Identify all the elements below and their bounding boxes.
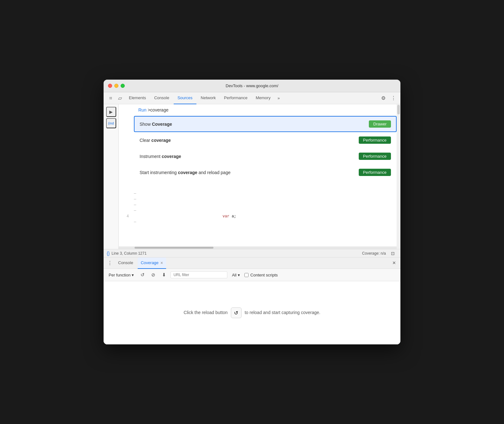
inspect-icon[interactable]: ⌗ (106, 94, 115, 103)
code-lines: — — — — var a; — (131, 191, 397, 245)
item-text-0: Show Coverage (140, 122, 369, 127)
drawer-tab-console[interactable]: Console (115, 257, 136, 269)
content-scripts-checkbox[interactable] (244, 273, 249, 277)
right-scrollbar-thumb (397, 105, 400, 114)
item-text-2: Instrument coverage (140, 154, 359, 159)
per-function-label: Per function (109, 273, 130, 277)
tab-sources[interactable]: Sources (174, 92, 196, 104)
drawer-tabs: ⋮ Console Coverage × × (104, 257, 400, 269)
tab-performance[interactable]: Performance (220, 92, 251, 104)
coverage-empty-message: Click the reload button ↺ to reload and … (184, 307, 321, 318)
command-input-text[interactable]: >coverage (148, 107, 169, 112)
drawer-coverage-label: Coverage (141, 260, 159, 265)
all-filter-button[interactable]: All ▾ (230, 272, 242, 278)
statusbar-right: Coverage: n/a ⊡ (362, 249, 397, 258)
reload-inline-button[interactable]: ↺ (231, 307, 242, 318)
per-function-chevron-icon: ▾ (132, 273, 134, 277)
coverage-empty: Click the reload button ↺ to reload and … (104, 281, 400, 344)
devtools-tabs: ⌗ ▱ Elements Console Sources Network Per… (104, 92, 400, 104)
all-chevron-icon: ▾ (238, 273, 240, 277)
drawer-menu-icon[interactable]: ⋮ (106, 259, 114, 267)
run-label: Run (138, 107, 147, 112)
maximize-button[interactable] (121, 84, 125, 88)
line-num (119, 191, 129, 197)
per-function-button[interactable]: Per function ▾ (107, 272, 136, 278)
autocomplete-item-0[interactable]: Show Coverage Drawer (134, 116, 397, 132)
coverage-toolbar: Per function ▾ ↺ ⊘ ⬇ All ▾ Content scrip… (104, 269, 400, 281)
autocomplete-item-1[interactable]: Clear coverage Performance (134, 132, 397, 148)
item-badge-3[interactable]: Performance (359, 169, 391, 176)
reload-coverage-icon[interactable]: ↺ (138, 271, 147, 279)
titlebar: DevTools - www.google.com/ (104, 80, 400, 92)
message-pre: Click the reload button (184, 310, 228, 315)
tab-memory[interactable]: Memory (252, 92, 274, 104)
tab-right-icons: ⚙ ⋮ (379, 94, 398, 103)
position-label: Line 3, Column 1271 (111, 251, 147, 256)
tab-more[interactable]: » (275, 96, 282, 100)
code-line: — (134, 191, 397, 197)
tab-console[interactable]: Console (150, 92, 173, 104)
scrollbar-thumb (135, 247, 213, 249)
code-area-wrapper: 4 — — — — var a; (119, 190, 397, 249)
line-num-4: 4 (119, 214, 129, 219)
autocomplete-item-2[interactable]: Instrument coverage Performance (134, 148, 397, 164)
autocomplete-item-3[interactable]: Start instrumenting coverage and reload … (134, 164, 397, 180)
url-filter-input[interactable] (171, 271, 227, 278)
close-button[interactable] (108, 84, 112, 88)
coverage-tab-close-icon[interactable]: × (160, 260, 163, 265)
drawer-tab-coverage[interactable]: Coverage × (138, 257, 166, 269)
line-num (119, 202, 129, 208)
screenshot-icon[interactable]: ⊡ (388, 249, 397, 258)
devtools-body: ⌗ ▱ Elements Console Sources Network Per… (104, 92, 400, 344)
item-badge-2[interactable]: Performance (359, 153, 391, 160)
command-input-row: Run >coverage (134, 104, 397, 116)
line-num (119, 197, 129, 202)
item-text-3: Start instrumenting coverage and reload … (140, 170, 359, 175)
export-coverage-icon[interactable]: ⬇ (160, 271, 168, 279)
content-scripts-text: Content scripts (250, 273, 278, 277)
autocomplete-list: Show Coverage Drawer Clear coverage Perf… (134, 116, 397, 180)
sidebar-toggle-btn[interactable]: ▶ (106, 107, 116, 117)
devtools-main: ▶ (ind Run >coverage Show Coverage Drawe… (104, 104, 400, 249)
tab-elements[interactable]: Elements (125, 92, 150, 104)
horizontal-scrollbar[interactable] (119, 246, 397, 249)
code-line: — (134, 208, 397, 214)
code-line: — (134, 219, 397, 225)
item-badge-0[interactable]: Drawer (369, 120, 391, 128)
statusbar-left: {} Line 3, Column 1271 (107, 251, 147, 256)
clear-coverage-icon[interactable]: ⊘ (149, 271, 157, 279)
line-numbers: 4 (119, 191, 131, 245)
code-area: 4 — — — — var a; (119, 190, 397, 246)
line-num (119, 208, 129, 214)
code-line: — (134, 197, 397, 202)
editor-area: Run >coverage Show Coverage Drawer Clear… (119, 104, 397, 249)
devtools-window: DevTools - www.google.com/ ⌗ ▱ Elements … (104, 80, 400, 344)
coverage-label: Coverage: n/a (362, 251, 386, 256)
command-palette: Run >coverage Show Coverage Drawer Clear… (134, 104, 397, 180)
line-num (119, 219, 129, 225)
item-badge-1[interactable]: Performance (359, 136, 391, 144)
sidebar-ind-btn[interactable]: (ind (106, 118, 116, 128)
window-title: DevTools - www.google.com/ (226, 83, 279, 88)
all-label: All (232, 273, 236, 277)
braces-icon: {} (107, 251, 110, 256)
tab-network[interactable]: Network (197, 92, 220, 104)
right-scrollbar[interactable] (397, 104, 400, 249)
message-post: to reload and start capturing coverage. (245, 310, 321, 315)
item-text-1: Clear coverage (140, 138, 359, 143)
content-scripts-label[interactable]: Content scripts (244, 273, 278, 277)
more-options-icon[interactable]: ⋮ (389, 94, 398, 103)
minimize-button[interactable] (114, 84, 118, 88)
traffic-lights (108, 84, 125, 88)
drawer-close-icon[interactable]: × (390, 259, 398, 267)
settings-icon[interactable]: ⚙ (379, 94, 388, 103)
drawer-console-label: Console (118, 260, 133, 265)
code-line: — (134, 202, 397, 208)
statusbar: {} Line 3, Column 1271 Coverage: n/a ⊡ (104, 249, 400, 257)
code-line-4: var a; (134, 214, 397, 219)
device-icon[interactable]: ▱ (116, 94, 124, 103)
sidebar-panel: ▶ (ind (104, 104, 119, 249)
drawer-section: ⋮ Console Coverage × × Per function ▾ ↺ … (104, 257, 400, 344)
